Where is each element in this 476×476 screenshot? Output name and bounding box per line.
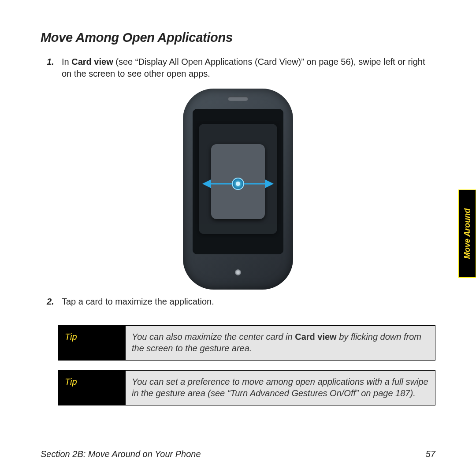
footer-page-number: 57 — [426, 448, 435, 460]
step-text-prefix: In — [62, 57, 71, 67]
svg-point-4 — [236, 182, 240, 186]
earpiece — [228, 97, 248, 101]
step-2: 2. Tap a card to maximize the applicatio… — [62, 296, 435, 308]
step-text-bold: Card view — [71, 57, 113, 67]
phone-screen — [193, 109, 283, 254]
step-1: 1. In Card view (see “Display All Open A… — [62, 56, 435, 80]
tip-box-2: Tip You can set a preference to move amo… — [58, 370, 435, 405]
svg-marker-1 — [202, 179, 211, 188]
instruction-list-cont: 2. Tap a card to maximize the applicatio… — [41, 296, 435, 308]
section-tab: Move Around — [458, 190, 476, 278]
tip-text: You can set a preference to move among o… — [132, 377, 428, 398]
section-tab-label: Move Around — [462, 208, 472, 259]
step-number: 1. — [47, 56, 54, 68]
instruction-list: 1. In Card view (see “Display All Open A… — [41, 56, 435, 80]
tip-box-1: Tip You can also maximize the center car… — [58, 325, 435, 361]
phone-body — [183, 89, 293, 290]
tip-label: Tip — [59, 371, 126, 405]
tip-body: You can also maximize the center card in… — [126, 326, 435, 360]
step-number: 2. — [47, 296, 54, 308]
page-heading: Move Among Open Applications — [41, 29, 435, 46]
step-text-rest: (see “Display All Open Applications (Car… — [62, 57, 425, 78]
page-footer: Section 2B: Move Around on Your Phone 57 — [41, 448, 435, 460]
step-text: Tap a card to maximize the application. — [62, 297, 214, 306]
tip-text-pre: You can also maximize the center card in — [132, 332, 295, 342]
svg-marker-2 — [265, 179, 274, 188]
tip-body: You can set a preference to move among o… — [126, 371, 435, 405]
illustration — [41, 89, 435, 290]
tip-label: Tip — [59, 326, 126, 360]
tip-text-bold: Card view — [295, 332, 336, 342]
swipe-arrow-icon — [201, 177, 275, 190]
home-button-icon — [235, 269, 241, 275]
footer-section: Section 2B: Move Around on Your Phone — [41, 448, 201, 460]
